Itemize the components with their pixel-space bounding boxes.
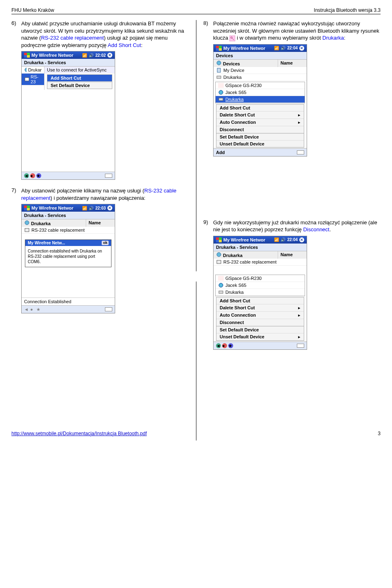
bt-icon bbox=[218, 276, 224, 281]
printer-icon bbox=[218, 290, 224, 295]
ie-icon bbox=[218, 90, 224, 95]
nav-home-icon[interactable]: ● bbox=[30, 307, 35, 312]
nav-home-icon[interactable]: ● bbox=[30, 173, 35, 178]
shot8-mydevice[interactable]: My Device bbox=[214, 67, 307, 74]
svg-point-29 bbox=[217, 253, 221, 257]
svg-rect-33 bbox=[219, 291, 223, 293]
step-6-num: 6) bbox=[11, 20, 21, 49]
nav-back-icon[interactable]: ◄ bbox=[216, 343, 221, 348]
shot8-columns: DevicesName bbox=[214, 60, 307, 67]
shot9-m-del[interactable]: Dalete Short Cut▸ bbox=[216, 304, 304, 312]
shot9-gspace[interactable]: GSpace GS-R230 bbox=[216, 275, 305, 282]
close-icon[interactable]: ✕ bbox=[299, 237, 304, 242]
shot7-popup-ok[interactable]: ok bbox=[102, 241, 109, 245]
shot7-titlebar: My Wirefree Networ 📶🔊22:03✕ bbox=[22, 204, 115, 212]
shot7-popup: My Wirefree Netw...ok Connection establi… bbox=[25, 239, 111, 267]
svg-rect-31 bbox=[218, 276, 224, 281]
step-8-num: 8) bbox=[203, 20, 213, 42]
screenshot-6: My Wirefree Networ 📶🔊22:02✕ Drukarka - S… bbox=[21, 51, 115, 180]
shot8-m-auto[interactable]: Auto Connection▸ bbox=[216, 119, 304, 126]
shot9-m-auto[interactable]: Auto Connection▸ bbox=[216, 312, 304, 319]
shot6-context-menu: Add Short Cut Set Default Device bbox=[47, 74, 112, 89]
keyboard-icon[interactable] bbox=[105, 174, 112, 178]
close-icon[interactable]: ✕ bbox=[107, 206, 112, 210]
step-7-num: 7) bbox=[11, 187, 21, 201]
speaker-icon: 🔊 bbox=[89, 206, 94, 210]
plug-icon bbox=[24, 228, 30, 233]
globe-icon bbox=[24, 67, 27, 72]
speaker-icon: 🔊 bbox=[281, 46, 285, 50]
step-7: 7) Aby ustanowić połączenie klikamy na n… bbox=[11, 187, 191, 201]
signal-icon: 📶 bbox=[274, 46, 279, 50]
ie-icon bbox=[218, 283, 224, 288]
shot9-item-rs232[interactable]: RS-232 cable replacement bbox=[214, 259, 307, 266]
start-flag-icon bbox=[216, 46, 222, 51]
shot9-menu: Add Short Cut Dalete Short Cut▸ Auto Con… bbox=[216, 297, 304, 341]
svg-point-23 bbox=[219, 90, 223, 94]
step-9-t2: . bbox=[330, 226, 331, 233]
shot9-columns: DrukarkaName bbox=[214, 251, 307, 259]
shot9-m-unset[interactable]: Unset Default Device▸ bbox=[216, 333, 304, 340]
keyboard-icon[interactable] bbox=[105, 307, 112, 311]
svg-rect-9 bbox=[27, 208, 30, 210]
shot8-m-setdef[interactable]: Set Default Device bbox=[216, 133, 304, 141]
step-9-t1: Gdy nie wykorzystujemy już drukarki możn… bbox=[213, 219, 377, 233]
shot8-title: My Wirefree Networ bbox=[223, 46, 265, 51]
close-icon[interactable]: ✕ bbox=[107, 53, 112, 58]
svg-point-32 bbox=[219, 283, 223, 287]
footer-url[interactable]: http://www.setmobile.pl/Dokumentacja/Ins… bbox=[11, 431, 147, 436]
shot8-m-add[interactable]: Add Short Cut bbox=[216, 105, 304, 112]
shot8-jacek[interactable]: Jacek S65 bbox=[216, 89, 305, 96]
shot6-left-drukar: Drukar bbox=[22, 67, 44, 74]
shot9-m-disc[interactable]: Disconnect bbox=[216, 319, 304, 326]
step-9: 9) Gdy nie wykorzystujemy już drukarki m… bbox=[203, 219, 381, 233]
shot9-title: My Wirefree Networ bbox=[223, 237, 265, 242]
screenshot-8: My Wirefree Networ 📶🔊22:04✕ Devices Devi… bbox=[213, 44, 307, 157]
keyboard-icon[interactable] bbox=[297, 150, 304, 154]
nav-fav-icon[interactable]: ★ bbox=[36, 307, 41, 312]
bt-icon bbox=[218, 83, 224, 88]
chevron-right-icon: ▸ bbox=[298, 305, 301, 311]
close-icon[interactable]: ✕ bbox=[299, 46, 304, 51]
shot8-m-unset[interactable]: Unset Default Device bbox=[216, 141, 304, 147]
shot9-titlebar: My Wirefree Networ 📶🔊22:04✕ bbox=[214, 236, 307, 244]
column-separator-top bbox=[196, 20, 196, 271]
svg-rect-30 bbox=[217, 260, 221, 264]
shot6-menu-setdefault[interactable]: Set Default Device bbox=[47, 82, 112, 89]
nav-fav-icon[interactable]: ★ bbox=[228, 343, 233, 348]
printer-icon bbox=[216, 75, 222, 80]
shot9-m-add[interactable]: Add Short Cut bbox=[216, 297, 304, 304]
shot9-footer: ◄●★ bbox=[214, 342, 307, 349]
step-8-text: Połączenie można również nawiązać wykorz… bbox=[213, 20, 381, 42]
chevron-right-icon: ▸ bbox=[298, 313, 301, 318]
step-7-t1: Aby ustanowić połączenie klikamy na nazw… bbox=[21, 188, 144, 194]
svg-rect-28 bbox=[219, 240, 222, 242]
shot6-titlebar: My Wirefree Networ 📶🔊22:02✕ bbox=[22, 51, 115, 59]
svg-rect-18 bbox=[219, 48, 222, 51]
shot7-item-rs232[interactable]: RS-232 cable replacement bbox=[22, 227, 115, 234]
step-8-b1: Drukarka bbox=[323, 35, 344, 41]
shot8-drukarka[interactable]: Drukarka bbox=[214, 74, 307, 81]
svg-rect-27 bbox=[216, 240, 219, 242]
start-flag-icon bbox=[24, 53, 30, 58]
shot6-menu-addshortcut[interactable]: Add Short Cut bbox=[47, 75, 112, 82]
nav-fav-icon[interactable]: ★ bbox=[36, 173, 41, 178]
svg-rect-5 bbox=[25, 78, 29, 81]
shot8-foot-add[interactable]: Add bbox=[216, 150, 225, 155]
nav-back-icon[interactable]: ◄ bbox=[24, 307, 29, 312]
shot9-jacek[interactable]: Jacek S65 bbox=[216, 282, 305, 289]
start-flag-icon bbox=[24, 206, 30, 210]
shot7-footer: ◄●★ bbox=[22, 305, 115, 313]
shot8-drukarka-sel[interactable]: Drukarka bbox=[216, 96, 305, 103]
nav-home-icon[interactable]: ● bbox=[222, 343, 227, 348]
shot8-m-disc[interactable]: Disconnect bbox=[216, 126, 304, 133]
shot6-subtitle: Drukarka - Services bbox=[22, 59, 115, 67]
shot9-m-setdef[interactable]: Set Default Device bbox=[216, 326, 304, 333]
shot8-gspace[interactable]: GSpace GS-R230 bbox=[216, 82, 305, 89]
keyboard-icon[interactable] bbox=[297, 344, 304, 348]
shot8-m-del[interactable]: Dalete Short Cut▸ bbox=[216, 112, 304, 119]
shot9-drukarka[interactable]: Drukarka bbox=[216, 289, 305, 296]
nav-back-icon[interactable]: ◄ bbox=[24, 173, 29, 178]
plug-icon bbox=[24, 77, 29, 82]
svg-rect-1 bbox=[27, 53, 30, 55]
